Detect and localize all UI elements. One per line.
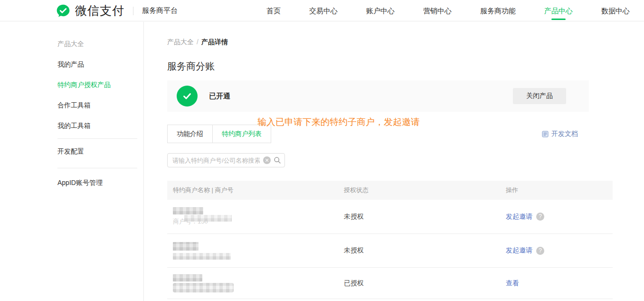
top-bar: 微信支付 服务商平台 首页 交易中心 账户中心 营销中心 服务商功能 产品中心 …: [0, 0, 644, 21]
document-icon: [542, 131, 549, 137]
status-banner: 已开通 关闭产品: [167, 80, 589, 112]
topbar-logo[interactable]: 微信支付 服务商平台: [56, 0, 178, 21]
redacted-merchant-name: [173, 207, 203, 214]
breadcrumb-parent[interactable]: 产品大全: [167, 38, 194, 46]
nav-item-marketing-center[interactable]: 营销中心: [423, 0, 452, 21]
success-check-icon: [177, 86, 198, 107]
annotation-text: 输入已申请下来的特约子商户，发起邀请: [257, 116, 420, 128]
portal-label: 服务商平台: [142, 6, 178, 15]
table-row: 商户号：150 未授权 发起邀请 ?: [167, 200, 613, 234]
logo-text: 微信支付: [75, 3, 124, 19]
submerchant-table: 特约商户名称 | 商户号 授权状态 操作 商户号：150 未授权 发起邀请 ?: [167, 181, 613, 299]
nav-item-product-center[interactable]: 产品中心: [544, 0, 573, 21]
top-nav: 首页 交易中心 账户中心 营销中心 服务商功能 产品中心 数据中心: [266, 0, 644, 21]
table-header-row: 特约商户名称 | 商户号 授权状态 操作: [167, 181, 613, 200]
tab-bar: 功能介绍 特约商户列表: [167, 125, 271, 143]
dev-docs-link-label: 开发文档: [551, 130, 578, 138]
breadcrumb-separator: /: [197, 38, 199, 46]
nav-item-data-center[interactable]: 数据中心: [601, 0, 630, 21]
wechat-pay-logo-icon: [56, 4, 70, 18]
table-row: 未授权 发起邀请 ?: [167, 234, 613, 268]
redacted-merchant-number: [173, 253, 231, 260]
redacted-merchant-name: [173, 274, 202, 282]
logo-divider: [133, 7, 133, 15]
breadcrumb: 产品大全/产品详情: [167, 38, 613, 47]
page-title: 服务商分账: [167, 60, 613, 73]
invite-link[interactable]: 发起邀请: [506, 246, 532, 255]
action-cell: 查看: [500, 279, 613, 288]
status-text: 已开通: [209, 92, 230, 101]
redacted-merchant-name: [173, 242, 199, 251]
sidebar-item-dev-config[interactable]: 开发配置: [0, 141, 143, 162]
merchant-cell: 商户号：150: [167, 207, 338, 226]
search-icon[interactable]: [274, 156, 281, 166]
sidebar-item-my-toolbox[interactable]: 我的工具箱: [0, 116, 143, 136]
nav-item-provider-features[interactable]: 服务商功能: [480, 0, 516, 21]
help-icon[interactable]: ?: [536, 213, 544, 221]
merchant-cell: [167, 242, 338, 260]
main-area: 输入已申请下来的特约子商户，发起邀请 产品大全/产品详情 服务商分账 已开通 关…: [144, 22, 644, 301]
nav-item-home[interactable]: 首页: [266, 0, 281, 21]
nav-item-account-center[interactable]: 账户中心: [366, 0, 395, 21]
merchant-cell: [167, 274, 338, 292]
view-link[interactable]: 查看: [506, 279, 519, 288]
sidebar-item-submerchant-authorized-products[interactable]: 特约商户授权产品: [0, 75, 143, 95]
tab-feature-intro[interactable]: 功能介绍: [168, 125, 212, 143]
sidebar-divider: [57, 138, 137, 139]
action-cell: 发起邀请 ?: [500, 213, 613, 221]
sidebar-item-product-catalog[interactable]: 产品大全: [0, 34, 143, 54]
help-icon[interactable]: ?: [536, 247, 544, 255]
col-header-merchant: 特约商户名称 | 商户号: [167, 186, 338, 194]
merchant-number-line: 商户号：150: [173, 217, 338, 226]
sidebar-divider: [57, 168, 137, 168]
auth-status-cell: 已授权: [338, 279, 500, 288]
clear-icon[interactable]: ✕: [263, 156, 271, 164]
dev-docs-link[interactable]: 开发文档: [542, 125, 578, 143]
breadcrumb-current: 产品详情: [201, 38, 228, 46]
auth-status-cell: 未授权: [338, 246, 500, 255]
redacted-merchant-number: [184, 215, 232, 222]
auth-status-cell: 未授权: [338, 213, 500, 221]
search-box: ✕: [167, 153, 285, 167]
sidebar-item-cooperation-toolbox[interactable]: 合作工具箱: [0, 95, 143, 116]
close-product-button[interactable]: 关闭产品: [513, 88, 566, 104]
col-header-action: 操作: [500, 186, 613, 194]
sidebar: 产品大全 我的产品 特约商户授权产品 合作工具箱 我的工具箱 开发配置 AppI…: [0, 22, 144, 301]
redacted-merchant-number: [173, 283, 234, 292]
nav-item-transaction-center[interactable]: 交易中心: [309, 0, 338, 21]
table-row: 已授权 查看: [167, 268, 613, 299]
action-cell: 发起邀请 ?: [500, 246, 613, 255]
sidebar-item-my-products[interactable]: 我的产品: [0, 54, 143, 75]
sidebar-item-appid-account-management[interactable]: AppID账号管理: [0, 172, 143, 193]
invite-link[interactable]: 发起邀请: [506, 213, 532, 221]
col-header-auth-status: 授权状态: [338, 186, 500, 194]
